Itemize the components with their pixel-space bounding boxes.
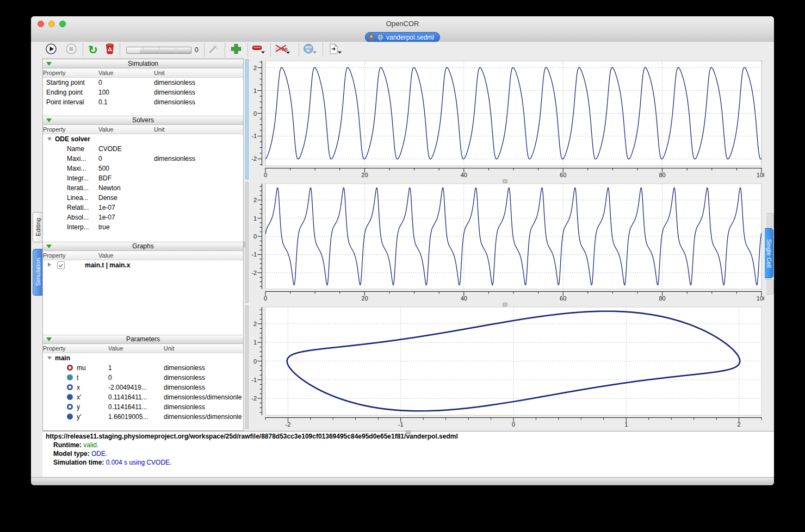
svg-text:-2: -2 [251,155,257,162]
graph-panel-1-active-marker[interactable] [245,59,249,179]
tab-editing[interactable]: Editing [33,212,42,242]
collapse-row-icon[interactable] [47,356,52,360]
collapse-icon[interactable] [46,62,52,66]
section-header-simulation[interactable]: Simulation [43,59,243,68]
graph-panel-2-active-marker[interactable] [245,182,249,303]
export-file-button[interactable] [328,43,342,57]
reset-parameters-button[interactable]: ↻ [88,44,98,56]
tab-simulation[interactable]: Simulation [33,249,42,296]
property-name: mu [77,364,86,372]
graph-panel-3-plot[interactable]: -2-1012-2-1012 [249,305,764,429]
title-bar[interactable]: OpenCOR [31,16,774,32]
property-value: 500 [98,165,109,172]
property-value: 1e-07 [98,204,115,211]
view-tab-stub[interactable] [766,213,774,228]
add-graph-panel-button[interactable] [230,43,242,57]
property-row[interactable]: Linea...Dense [43,193,243,203]
right-view-tabs: Single Cell [764,58,774,431]
svg-text:80: 80 [659,172,665,178]
stop-simulation-button[interactable] [65,43,77,57]
property-row[interactable]: Relati...1e-07 [43,203,243,212]
run-simulation-button[interactable] [45,43,57,57]
output-simulation-time: Simulation time: 0.004 s using CVODE. [42,458,774,467]
property-row[interactable]: Interp...true [43,222,243,232]
tab-single-cell[interactable]: Single Cell [765,228,773,278]
property-row[interactable]: Absol...1e-07 [43,212,243,222]
property-row[interactable]: Integr...BDF [43,173,243,183]
toolbar-separator [83,43,83,57]
simulation-delay-slider[interactable] [126,47,191,54]
graph-checkbox[interactable] [57,261,65,269]
svg-text:60: 60 [560,295,566,302]
property-row[interactable]: Maxi...500 [43,164,243,173]
simulation-settings-panel: Simulation PropertyValueUnit Starting po… [42,58,244,431]
collapse-icon[interactable] [46,118,52,122]
svg-text:-2: -2 [286,421,291,428]
svg-text:2: 2 [253,321,257,327]
svg-text:1: 1 [253,339,257,346]
state-icon [67,384,73,390]
tab-single-cell-label: Single Cell [766,239,772,268]
collapse-icon[interactable] [46,337,52,341]
property-row[interactable]: main.t | main.x [43,260,243,270]
property-row[interactable]: Starting point0dimensionless [43,78,243,87]
file-tab[interactable]: × vanderpol.sedml [365,32,440,42]
graph-panel-3: -2-1012-2-1012 [245,305,764,429]
export-icon [328,43,342,54]
section-header-graphs[interactable]: Graphs [43,242,243,251]
property-unit: dimensionless [164,384,242,391]
svg-text:60: 60 [560,172,566,178]
property-row[interactable]: Point interval0.1dimensionless [43,97,243,107]
close-tab-icon[interactable]: × [368,34,375,41]
property-name: Maxi... [67,165,86,172]
property-name: x' [77,393,81,401]
svg-text:40: 40 [461,295,467,302]
property-row[interactable]: main [43,353,243,363]
property-value: Dense [98,194,117,202]
property-row[interactable]: ODE solver [43,134,243,144]
sedml-export-button[interactable]: SED ML [303,43,318,57]
column-header: Unit [164,345,242,352]
section-header-solvers[interactable]: Solvers [43,116,243,125]
property-value: 0.1 [98,98,108,106]
view-tab-stub[interactable] [766,279,774,295]
property-row[interactable]: mu1dimensionless [43,363,243,373]
collapse-row-icon[interactable] [47,137,52,141]
property-row[interactable]: Maxi...0dimensionless [43,154,243,164]
property-row[interactable]: NameCVODE [43,144,243,154]
property-row[interactable]: t0dimensionless [43,373,243,383]
reload-icon: ↻ [88,43,98,56]
collapse-icon[interactable] [46,245,52,248]
property-row[interactable]: x'0.11416411...dimensionless/dimensionle… [43,392,243,402]
graph-panel-1-plot[interactable]: -2-1012020406080100 [249,59,764,180]
property-name: Integr... [67,174,89,182]
clear-results-button[interactable] [106,43,114,57]
graph-panel-3-active-marker[interactable] [245,305,249,429]
expand-row-icon[interactable] [48,262,51,267]
property-value: 0 [108,374,112,381]
section-title: Graphs [132,242,153,250]
svg-text:2: 2 [253,65,257,71]
output-url: https://release11.staging.physiomeprojec… [42,432,774,441]
development-mode-button[interactable] [208,43,219,57]
property-row[interactable]: y0.11416411...dimensionless [43,402,243,412]
property-name: y' [77,413,81,421]
column-header-row: PropertyValueUnit [43,125,243,134]
column-header-row: PropertyValueUnit [43,344,243,353]
left-mode-tabs: Editing Simulation [31,58,42,477]
toolbar-separator [225,43,225,57]
svg-text:0: 0 [253,110,257,117]
property-row[interactable]: y'1.66019005...dimensionless/dimensionle… [43,412,243,422]
property-unit: dimensionless [154,79,242,86]
section-header-parameters[interactable]: Parameters [43,335,243,344]
property-row[interactable]: Iterati...Newton [43,183,243,193]
property-row[interactable]: x-2.0049419...dimensionless [43,383,243,392]
property-unit: dimensionless/dimensionless [164,393,242,401]
wand-icon [208,43,219,54]
section-title: Solvers [132,116,154,124]
remove-graph-panel-button[interactable] [252,44,266,57]
column-header: Value [98,70,113,76]
graph-panel-2-plot[interactable]: -2-1012020406080100 [249,181,764,303]
cellml-export-button[interactable]: Cell ML [275,44,291,57]
property-row[interactable]: Ending point100dimensionless [43,87,243,97]
